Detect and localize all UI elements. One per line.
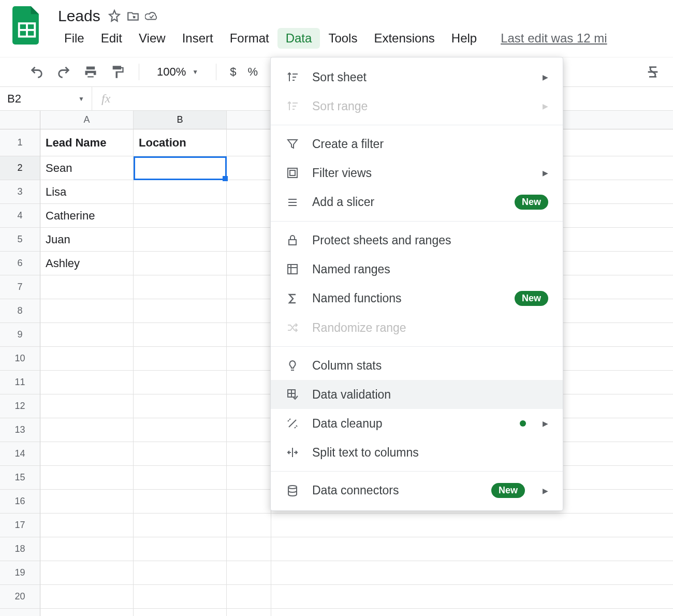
cell[interactable] [134,537,227,561]
cell[interactable] [134,252,227,275]
cell[interactable] [271,561,673,585]
cell[interactable] [134,275,227,299]
cell[interactable] [227,129,271,156]
menu-view[interactable]: View [130,28,174,49]
strikethrough-icon[interactable] [645,64,661,80]
cell[interactable] [227,561,271,585]
row-header[interactable]: 9 [0,323,40,347]
cell[interactable] [227,228,271,252]
cell[interactable]: Location [134,129,227,156]
cell[interactable] [40,490,134,514]
cell[interactable] [134,394,227,418]
format-currency-button[interactable]: $ [230,65,236,79]
row-header[interactable]: 17 [0,514,40,537]
row-header[interactable]: 4 [0,204,40,228]
cell[interactable] [134,490,227,514]
cell[interactable] [227,252,271,275]
cell[interactable] [40,466,134,490]
cell[interactable]: Sean [40,156,134,180]
cell[interactable] [227,609,271,616]
cell[interactable] [227,394,271,418]
cell[interactable] [40,347,134,371]
cell[interactable] [134,442,227,466]
cell[interactable] [134,371,227,394]
cell[interactable]: Lisa [40,180,134,204]
cell[interactable] [40,299,134,323]
cell[interactable] [271,537,673,561]
cell[interactable] [134,323,227,347]
cell[interactable] [134,156,227,180]
document-title[interactable]: Leads [56,7,103,25]
row-header[interactable]: 5 [0,228,40,252]
cell[interactable] [40,323,134,347]
cell[interactable] [134,514,227,537]
row-header[interactable]: 21 [0,609,40,616]
cell[interactable] [40,537,134,561]
menu-named-functions[interactable]: Named functions New [271,284,563,313]
col-header-b[interactable]: B [134,111,227,129]
menu-tools[interactable]: Tools [320,28,365,49]
cell[interactable] [227,442,271,466]
cell[interactable] [134,204,227,228]
menu-filter-views[interactable]: Filter views ▶ [271,158,563,187]
row-header[interactable]: 10 [0,347,40,371]
cell[interactable] [227,466,271,490]
cell[interactable]: Catherine [40,204,134,228]
col-header-a[interactable]: A [40,111,134,129]
row-header[interactable]: 15 [0,466,40,490]
paint-format-icon[interactable] [110,64,125,80]
cell[interactable] [134,466,227,490]
print-icon[interactable] [83,64,98,80]
cell[interactable] [40,442,134,466]
select-all-corner[interactable] [0,111,40,129]
row-header[interactable]: 19 [0,561,40,585]
menu-edit[interactable]: Edit [93,28,130,49]
cell[interactable] [227,490,271,514]
cell[interactable] [227,371,271,394]
row-header[interactable]: 1 [0,129,40,156]
cell[interactable] [227,180,271,204]
cloud-status-icon[interactable] [145,9,158,23]
row-header[interactable]: 18 [0,537,40,561]
undo-icon[interactable] [29,64,45,80]
cell[interactable] [134,228,227,252]
menu-data-validation[interactable]: Data validation [271,380,563,409]
move-icon[interactable] [126,9,140,23]
cell[interactable] [40,609,134,616]
menu-named-ranges[interactable]: Named ranges [271,255,563,284]
menu-split-text[interactable]: Split text to columns [271,438,563,467]
cell[interactable]: Lead Name [40,129,134,156]
cell[interactable] [134,299,227,323]
menu-extensions[interactable]: Extensions [365,28,443,49]
sheets-logo-icon[interactable] [12,6,41,45]
menu-data-cleanup[interactable]: Data cleanup ▶ [271,409,563,438]
cell[interactable] [227,347,271,371]
cell[interactable] [40,514,134,537]
row-header[interactable]: 14 [0,442,40,466]
cell[interactable] [227,204,271,228]
cell[interactable] [227,537,271,561]
menu-format[interactable]: Format [222,28,277,49]
cell[interactable] [134,180,227,204]
cell[interactable] [271,609,673,616]
menu-protect-sheets[interactable]: Protect sheets and ranges [271,226,563,255]
star-icon[interactable] [108,9,121,23]
cell[interactable] [227,275,271,299]
cell[interactable] [227,323,271,347]
cell[interactable] [40,561,134,585]
name-box[interactable]: B2 ▼ [0,87,92,110]
cell[interactable] [40,585,134,609]
cell[interactable] [227,585,271,609]
col-header-c[interactable] [227,111,271,129]
menu-data-connectors[interactable]: Data connectors New ▶ [271,476,563,505]
row-header[interactable]: 7 [0,275,40,299]
cell[interactable] [134,585,227,609]
menu-sort-sheet[interactable]: Sort sheet ▶ [271,63,563,92]
cell[interactable] [134,418,227,442]
last-edit-link[interactable]: Last edit was 12 mi [501,31,607,46]
redo-icon[interactable] [56,64,71,80]
row-header[interactable]: 20 [0,585,40,609]
cell[interactable] [271,514,673,537]
row-header[interactable]: 2 [0,156,40,180]
menu-add-slicer[interactable]: Add a slicer New [271,187,563,217]
